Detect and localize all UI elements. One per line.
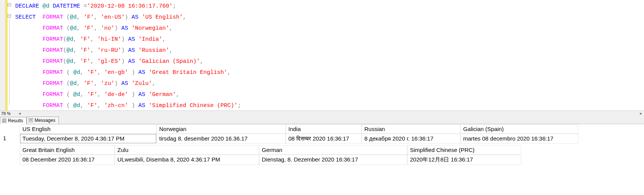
tab-results[interactable]: Results (0, 117, 27, 124)
row-number (2, 155, 20, 165)
header-row: Great Britain EnglishZuluGermanSimplifie… (2, 145, 644, 155)
row-header-blank (2, 124, 20, 134)
results-grid[interactable]: US EnglishNorwegianIndiaRussianGalician … (0, 124, 644, 165)
outline-margin[interactable]: − − (8, 0, 14, 110)
column-header[interactable]: Zulu (115, 145, 259, 155)
column-header[interactable]: Galician (Spain) (460, 124, 578, 134)
sql-editor[interactable]: − − DECLARE @d DATETIME ='2020-12-08 16:… (0, 0, 644, 110)
collapse-toggle-icon[interactable]: − (8, 14, 11, 18)
scroll-right-icon[interactable]: ► (638, 111, 644, 117)
indicator-margin (0, 0, 5, 110)
horizontal-scrollbar[interactable]: 79 % ◄ ► (0, 110, 644, 117)
svg-rect-0 (2, 118, 6, 123)
column-header[interactable]: Simplified Chinese (PRC) (407, 145, 521, 155)
header-row: US EnglishNorwegianIndiaRussianGalician … (2, 124, 644, 134)
column-header[interactable]: US English (20, 124, 157, 134)
column-header[interactable]: German (259, 145, 407, 155)
cell-value[interactable]: 08 दिसम्बर 2020 16:36:17 (286, 134, 362, 144)
cell-value[interactable]: martes 08 decembro 2020 16:36:17 (460, 134, 578, 144)
column-header[interactable]: Great Britain English (20, 145, 115, 155)
column-header[interactable]: India (286, 124, 362, 134)
column-header[interactable]: Russian (362, 124, 460, 134)
collapse-toggle-icon[interactable]: − (8, 3, 11, 6)
cell-value[interactable]: 08 December 2020 16:36:17 (20, 155, 115, 165)
results-tabs: Results Messages (0, 117, 644, 124)
row-header-blank (2, 145, 20, 155)
code-text[interactable]: DECLARE @d DATETIME ='2020-12-08 16:36:1… (14, 0, 644, 110)
cell-value[interactable]: tirsdag 8. desember 2020 16.36.17 (157, 134, 286, 144)
column-header[interactable]: Norwegian (157, 124, 286, 134)
outline-guide (9, 18, 9, 105)
row-number[interactable]: 1 (2, 134, 20, 144)
data-row[interactable]: 1 Tuesday, December 8, 2020 4:36:17 PMti… (2, 134, 644, 144)
tab-label: Results (8, 118, 23, 123)
tab-label: Messages (35, 118, 55, 123)
tab-messages[interactable]: Messages (27, 117, 59, 124)
message-icon (28, 118, 33, 123)
cell-value[interactable]: Dienstag, 8. Dezember 2020 16:36:17 (259, 155, 407, 165)
cell-value[interactable]: ULwesibili, Disemba 8, 2020 4:36:17 PM (115, 155, 259, 165)
data-row[interactable]: 08 December 2020 16:36:17ULwesibili, Dis… (2, 155, 644, 165)
scroll-left-icon[interactable]: ◄ (17, 111, 23, 117)
zoom-level[interactable]: 79 % (0, 111, 12, 116)
cell-value[interactable]: 2020年12月8日 16:36:17 (407, 155, 521, 165)
cell-value[interactable]: Tuesday, December 8, 2020 4:36:17 PM (20, 134, 157, 144)
grid-icon (2, 118, 6, 123)
cell-value[interactable]: 8 декабря 2020 г. 16:36:17 (362, 134, 460, 144)
